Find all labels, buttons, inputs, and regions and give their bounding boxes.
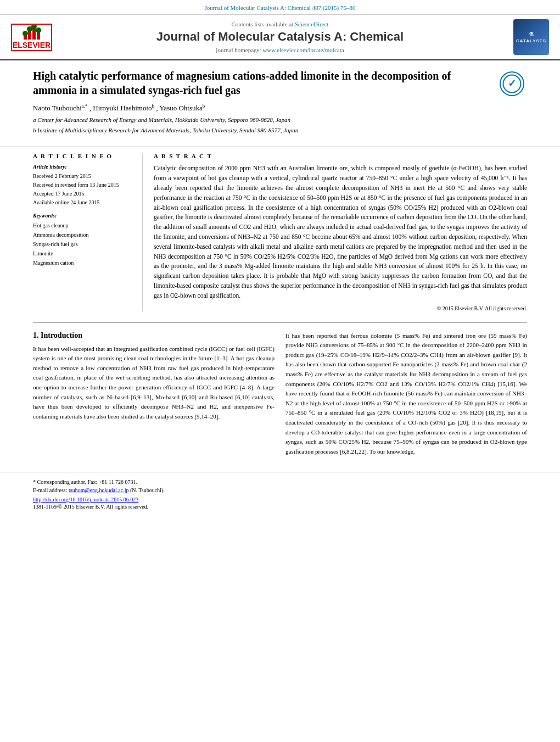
elsevier-logo: ELSEVIER [11,24,55,51]
intro-para-2: It has been reported that ferrous dolomi… [285,331,527,457]
elsevier-text: ELSEVIER [13,41,51,49]
article-title: High catalytic performance of magnesium … [33,69,500,97]
copyright-line: © 2015 Elsevier B.V. All rights reserved… [154,305,527,311]
history-items: Received 2 February 2015 Received in rev… [33,172,131,207]
footnote-email-suffix: (N. Tsubouchi). [130,487,165,493]
author-hashimoto-sup: b [152,103,155,109]
doi-line: http://dx.doi.org/10.1016/j.molcata.2015… [33,496,527,503]
catalysts-text: CATALYSTS [516,38,546,43]
crossmark-row: High catalytic performance of magnesium … [33,69,527,99]
keywords-list: Hot gas cleanup Ammonia decomposition Sy… [33,221,131,267]
keyword-1: Hot gas cleanup [33,221,131,230]
available-date: Available online 24 June 2015 [33,198,131,207]
doi-link[interactable]: http://dx.doi.org/10.1016/j.molcata.2015… [33,496,138,503]
doi-text: http://dx.doi.org/10.1016/j.molcata.2015… [33,496,138,503]
journal-header: ELSEVIER Contents lists available at Sci… [0,15,560,60]
article-info-col: A R T I C L E I N F O Article history: R… [33,153,143,311]
footnote-email-label: E-mail address: [33,487,69,493]
keywords-title: Keywords: [33,213,131,219]
svg-point-4 [23,31,28,36]
author-tsubouchi-sup: a,* [82,103,88,109]
authors-line: Naoto Tsubouchia,* , Hiroyuki Hashimotob… [33,103,527,113]
intro-number: 1. [33,331,39,339]
homepage-text: journal homepage: [216,47,262,53]
svg-point-7 [36,27,41,33]
sciencedirect-link[interactable]: ScienceDirect [295,21,329,27]
intro-col1-text: It has been well-accepted that an integr… [33,344,275,422]
section-divider [33,322,527,323]
author-tsubouchi: Naoto Tsubouchi [33,104,82,112]
intro-heading: 1. Introduction [33,331,275,340]
contents-text: Contents lists available at [231,21,294,27]
author-ohtsuka: , Yasuo Ohtsuka [156,104,203,112]
affiliation-b: b Institute of Multidisciplinary Researc… [33,126,527,135]
footnote-section: * Corresponding author. Fax: +81 11 726 … [0,472,560,512]
two-column-section: A R T I C L E I N F O Article history: R… [0,147,560,316]
crossmark-icon: ✓ [500,71,524,96]
footnote-corresponding-label: * Corresponding author. Fax: +81 11 726 … [33,479,137,485]
contents-line: Contents lists available at ScienceDirec… [55,21,505,27]
article-info-title: A R T I C L E I N F O [33,153,131,159]
body-col-right: It has been reported that ferrous dolomi… [285,331,527,461]
footnote-email-link[interactable]: tsubom@eng.hokudai.ac.jp [69,487,128,493]
page-wrapper: Journal of Molecular Catalysis A: Chemic… [0,0,560,512]
journal-citation: Journal of Molecular Catalysis A: Chemic… [205,4,356,11]
abstract-col: A B S T R A C T Catalytic decomposition … [143,153,527,311]
received-date: Received 2 February 2015 [33,172,131,181]
crossmark-svg: ✓ [502,74,522,93]
abstract-text: Catalytic decomposition of 2000 ppm NH3 … [154,164,527,300]
svg-rect-1 [28,31,31,40]
body-col-left: 1. Introduction It has been well-accepte… [33,331,275,461]
affiliations: a Center for Advanced Research of Energy… [33,115,527,135]
article-header-section: High catalytic performance of magnesium … [0,60,560,141]
intro-col2-text: It has been reported that ferrous dolomi… [285,331,527,457]
intro-title: Introduction [41,331,82,339]
author-ohtsuka-sup: b [203,103,205,109]
svg-rect-3 [37,32,40,40]
journal-top-bar: Journal of Molecular Catalysis A: Chemic… [0,0,560,15]
catalysts-logo: ⚗ CATALYSTS [505,19,549,55]
catalysts-symbol: ⚗ [529,31,534,37]
revised-date: Received in revised form 13 June 2015 [33,181,131,189]
author-hashimoto: , Hiroyuki Hashimoto [89,104,152,112]
footnote-corresponding: * Corresponding author. Fax: +81 11 726 … [33,478,527,486]
elsevier-logo-inner: ELSEVIER [11,24,52,51]
homepage-line: journal homepage: www.elsevier.com/locat… [55,47,505,53]
homepage-url[interactable]: www.elsevier.com/locate/molcata [262,47,344,53]
intro-para-1: It has been well-accepted that an integr… [33,344,275,422]
affiliation-a: a Center for Advanced Research of Energy… [33,115,527,125]
issn-line: 1381-1169/© 2015 Elsevier B.V. All right… [33,504,527,510]
keyword-2: Ammonia decomposition [33,230,131,239]
svg-rect-2 [32,27,36,40]
body-section: 1. Introduction It has been well-accepte… [0,328,560,472]
svg-text:✓: ✓ [508,78,516,89]
keyword-3: Syngas-rich fuel gas [33,239,131,249]
journal-name-center: Contents lists available at ScienceDirec… [55,21,505,53]
crossmark-badge[interactable]: ✓ [500,71,527,99]
catalysts-logo-inner: ⚗ CATALYSTS [513,19,549,55]
journal-main-title: Journal of Molecular Catalysis A: Chemic… [55,30,505,44]
footnote-email-line: E-mail address: tsubom@eng.hokudai.ac.jp… [33,486,527,494]
accepted-date: Accepted 17 June 2015 [33,189,131,198]
keyword-4: Limonite [33,249,131,258]
abstract-title: A B S T R A C T [154,153,527,159]
footnote-email: tsubom@eng.hokudai.ac.jp [69,487,128,493]
article-history-title: Article history: [33,164,131,170]
elsevier-tree-icon [21,25,43,41]
keyword-5: Magnesium cation [33,258,131,267]
